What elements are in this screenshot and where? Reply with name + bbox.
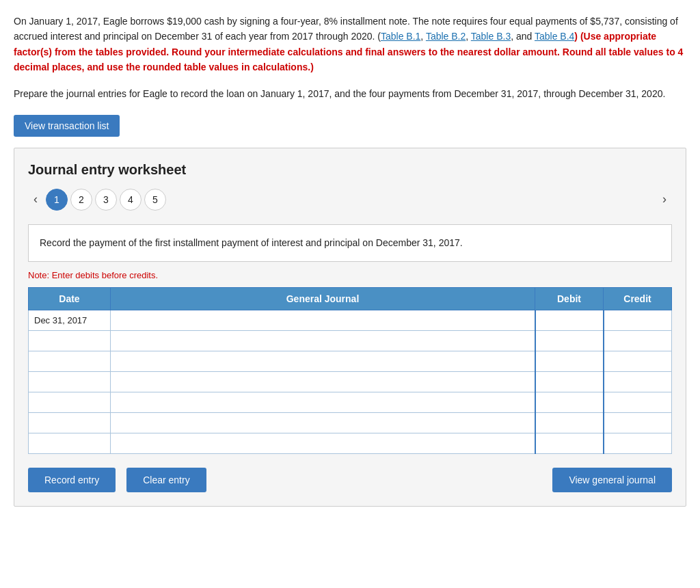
tab-2[interactable]: 2	[70, 189, 92, 211]
gj-input-1[interactable]	[116, 315, 529, 325]
record-entry-button[interactable]: Record entry	[28, 468, 116, 492]
credit-input-6[interactable]	[610, 418, 667, 428]
table-row	[29, 330, 672, 351]
comma3: , and	[511, 31, 535, 42]
col-header-date: Date	[29, 287, 111, 310]
debit-input-cell-2[interactable]	[535, 330, 604, 351]
instruction-box: Record the payment of the first installm…	[28, 224, 672, 262]
credit-input-cell-2[interactable]	[604, 330, 672, 351]
comma2: ,	[466, 31, 471, 42]
credit-input-cell-4[interactable]	[604, 371, 672, 392]
prev-tab-button[interactable]: ‹	[28, 189, 43, 209]
table-row	[29, 392, 672, 412]
debit-input-cell-3[interactable]	[535, 351, 604, 371]
table-b1-link[interactable]: Table B.1	[381, 31, 420, 42]
next-tab-button[interactable]: ›	[657, 189, 672, 209]
clear-entry-button[interactable]: Clear entry	[126, 468, 206, 492]
debit-input-cell-1[interactable]	[535, 310, 604, 330]
gj-input-2[interactable]	[116, 336, 529, 346]
debit-input-6[interactable]	[541, 418, 597, 428]
gj-input-6[interactable]	[116, 418, 529, 428]
debit-input-2[interactable]	[541, 336, 597, 346]
gj-input-4[interactable]	[116, 377, 529, 387]
table-row	[29, 412, 672, 433]
tab-4[interactable]: 4	[120, 189, 142, 211]
table-b4-link[interactable]: Table B.4	[535, 31, 574, 42]
credit-input-cell-6[interactable]	[604, 412, 672, 433]
col-header-credit: Credit	[604, 287, 672, 310]
date-cell-2	[29, 330, 111, 351]
credit-input-cell-3[interactable]	[604, 351, 672, 371]
credit-input-5[interactable]	[610, 397, 667, 407]
credit-input-1[interactable]	[610, 315, 667, 325]
debit-input-5[interactable]	[541, 397, 597, 407]
col-header-general-journal: General Journal	[111, 287, 535, 310]
debit-input-7[interactable]	[541, 438, 597, 449]
date-cell-7	[29, 433, 111, 453]
credit-input-cell-7[interactable]	[604, 433, 672, 453]
credit-input-cell-1[interactable]	[604, 310, 672, 330]
debit-input-cell-6[interactable]	[535, 412, 604, 433]
tab-3[interactable]: 3	[95, 189, 117, 211]
gj-input-cell-5[interactable]	[111, 392, 535, 412]
debit-input-cell-7[interactable]	[535, 433, 604, 453]
comma1: ,	[420, 31, 426, 42]
table-b2-link[interactable]: Table B.2	[426, 31, 466, 42]
debit-input-cell-5[interactable]	[535, 392, 604, 412]
credit-input-4[interactable]	[610, 377, 667, 387]
view-general-journal-button[interactable]: View general journal	[552, 468, 672, 492]
table-row: Dec 31, 2017	[29, 310, 672, 330]
gj-input-cell-1[interactable]	[111, 310, 535, 330]
table-b3-link[interactable]: Table B.3	[471, 31, 511, 42]
credit-input-2[interactable]	[610, 336, 667, 346]
table-row	[29, 371, 672, 392]
gj-input-cell-2[interactable]	[111, 330, 535, 351]
credit-input-7[interactable]	[610, 438, 667, 449]
debit-input-1[interactable]	[541, 315, 597, 325]
table-row	[29, 433, 672, 453]
gj-input-7[interactable]	[116, 438, 529, 449]
table-row	[29, 351, 672, 371]
journal-table: Date General Journal Debit Credit Dec 31…	[28, 287, 672, 454]
date-cell-4	[29, 371, 111, 392]
date-cell-3	[29, 351, 111, 371]
date-cell-1: Dec 31, 2017	[29, 310, 111, 330]
gj-input-cell-6[interactable]	[111, 412, 535, 433]
prepare-paragraph: Prepare the journal entries for Eagle to…	[14, 86, 686, 101]
intro-paragraph: On January 1, 2017, Eagle borrows $19,00…	[14, 14, 686, 75]
debit-input-4[interactable]	[541, 377, 597, 387]
credit-input-cell-5[interactable]	[604, 392, 672, 412]
debit-input-3[interactable]	[541, 356, 597, 366]
instruction-text: Record the payment of the first installm…	[40, 237, 463, 248]
col-header-debit: Debit	[535, 287, 604, 310]
view-transaction-button[interactable]: View transaction list	[14, 115, 120, 137]
gj-input-5[interactable]	[116, 397, 529, 407]
debit-input-cell-4[interactable]	[535, 371, 604, 392]
bottom-buttons-row: Record entry Clear entry View general jo…	[28, 468, 672, 492]
worksheet-container: Journal entry worksheet ‹ 1 2 3 4 5 › Re…	[14, 148, 686, 507]
tab-5[interactable]: 5	[144, 189, 166, 211]
gj-input-cell-4[interactable]	[111, 371, 535, 392]
gj-input-3[interactable]	[116, 356, 529, 366]
date-cell-5	[29, 392, 111, 412]
credit-input-3[interactable]	[610, 356, 667, 366]
gj-input-cell-7[interactable]	[111, 433, 535, 453]
date-cell-6	[29, 412, 111, 433]
gj-input-cell-3[interactable]	[111, 351, 535, 371]
note-text: Note: Enter debits before credits.	[28, 270, 672, 280]
tabs-row: ‹ 1 2 3 4 5 ›	[28, 189, 672, 211]
worksheet-title: Journal entry worksheet	[28, 162, 672, 178]
tab-1[interactable]: 1	[46, 189, 68, 211]
